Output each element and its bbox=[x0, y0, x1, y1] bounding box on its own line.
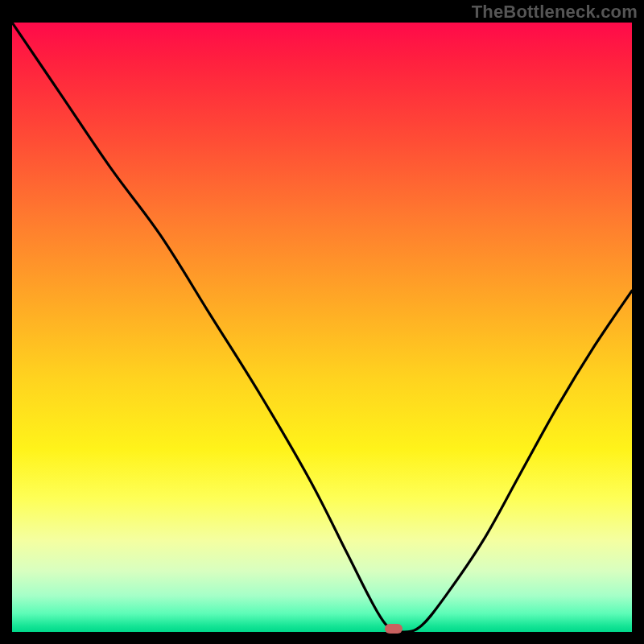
chart-marker bbox=[385, 624, 402, 634]
chart-container: TheBottleneck.com bbox=[0, 0, 644, 644]
chart-curve-layer bbox=[12, 23, 632, 632]
chart-line bbox=[12, 23, 632, 632]
watermark-text: TheBottleneck.com bbox=[472, 2, 638, 23]
